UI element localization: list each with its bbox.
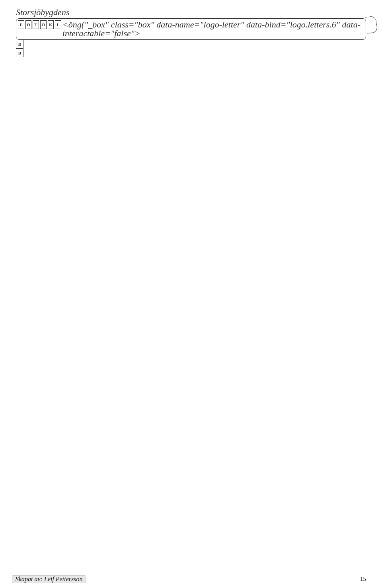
logo-letter: O	[25, 20, 32, 29]
logo-letter: L	[55, 20, 61, 29]
logo-letter: F	[18, 20, 24, 29]
footer-credit: Skapat av: Leif Pettersson	[12, 575, 86, 583]
logo-letter: K	[48, 20, 54, 29]
logo-letter: T	[33, 20, 39, 29]
logo-text: Storsjöbygdens	[16, 8, 366, 17]
logo-letter: B	[16, 49, 23, 57]
logo-letter: B	[16, 40, 23, 49]
logo-letter: O	[40, 20, 47, 29]
logo-filmstrip: F O T O K L <ông("_box" class="box" data…	[16, 18, 366, 40]
page-number: 15	[360, 576, 366, 582]
club-logo: Storsjöbygdens F O T O K L <ông("_box" c…	[16, 8, 366, 57]
